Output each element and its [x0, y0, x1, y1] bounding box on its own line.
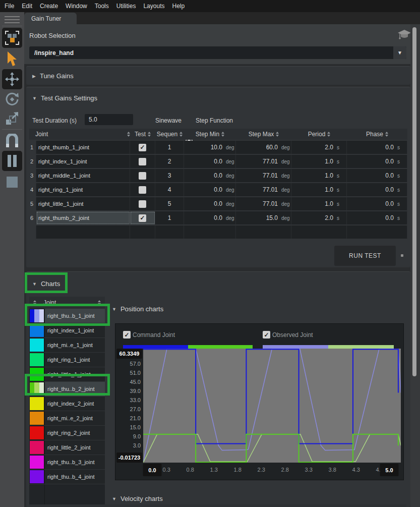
joint-list-row[interactable]: right_mi..e_2_joint: [29, 411, 105, 425]
observed-joint-checkbox[interactable]: ✓: [263, 331, 270, 339]
unit-label: deg: [278, 173, 291, 179]
tune-gains-header[interactable]: ▶ Tune Gains: [26, 67, 410, 80]
sequence-cell[interactable]: 2: [155, 155, 184, 168]
joint-list-row[interactable]: right_little_2_joint: [29, 440, 105, 455]
menu-item-layouts[interactable]: Layouts: [143, 3, 164, 10]
column-header-smin[interactable]: Step Min: [184, 129, 236, 140]
phase-cell[interactable]: 0.0s: [347, 183, 407, 196]
test-duration-input[interactable]: 5.0: [85, 114, 133, 125]
magnet-icon[interactable]: [6, 134, 19, 148]
step-min-cell[interactable]: 0.0deg: [184, 155, 236, 168]
robot-select-dropdown[interactable]: /inspire_hand ▼: [29, 46, 406, 59]
joint-list-row[interactable]: right_thu..b_4_joint: [29, 470, 105, 484]
menu-item-utilities[interactable]: Utilities: [116, 3, 136, 10]
joint-list-row[interactable]: right_index_2_joint: [29, 397, 105, 411]
sort-icon[interactable]: [327, 132, 330, 137]
step-min-cell[interactable]: 0.0deg: [184, 183, 236, 196]
menu-item-help[interactable]: Help: [172, 3, 185, 10]
step-max-cell[interactable]: 77.01deg: [236, 169, 291, 182]
sort-icon[interactable]: [276, 132, 279, 137]
phase-cell[interactable]: 0.0s: [347, 211, 407, 224]
period-cell[interactable]: 2.0s: [291, 211, 347, 224]
sort-icon[interactable]: [148, 132, 151, 137]
test-gains-header[interactable]: ▼ Test Gains Settings: [26, 87, 410, 102]
joint-color-swatch: [29, 411, 44, 425]
value: 77.01: [236, 186, 278, 193]
joint-list-row[interactable]: right_thu..b_3_joint: [29, 455, 105, 469]
menu-item-window[interactable]: Window: [66, 3, 87, 10]
phase-cell[interactable]: 0.0s: [347, 155, 407, 168]
phase-cell[interactable]: 0.0s: [347, 197, 407, 210]
column-header-test[interactable]: Test: [130, 129, 155, 140]
scale-icon[interactable]: [6, 112, 19, 125]
test-checkbox[interactable]: [139, 186, 146, 194]
joint-list-row[interactable]: right_ring_1_joint: [29, 353, 105, 367]
step-max-cell[interactable]: 60.0deg: [236, 141, 291, 154]
joint-name-cell[interactable]: right_middle_1_joint: [36, 169, 130, 182]
tab-gain-tuner[interactable]: Gain Tuner: [24, 13, 77, 24]
sort-icon[interactable]: [179, 132, 183, 137]
joint-name-cell[interactable]: right_ring_1_joint: [36, 183, 130, 196]
joint-list-row[interactable]: right_mi..e_1_joint: [29, 338, 105, 352]
joint-name-cell[interactable]: right_thumb_2_joint: [36, 211, 130, 224]
y-axis-tick: 51.0: [116, 370, 141, 376]
step-min-cell[interactable]: 0.0deg: [184, 211, 236, 224]
position-charts-header[interactable]: ▼ Position charts: [112, 305, 163, 313]
joint-name-cell[interactable]: right_index_1_joint: [36, 155, 130, 168]
sequence-cell[interactable]: 1: [155, 141, 184, 154]
period-cell[interactable]: 1.0s: [291, 183, 347, 196]
column-header-seq[interactable]: Sequen: [155, 129, 184, 140]
column-header-period[interactable]: Period: [291, 129, 347, 140]
sort-icon[interactable]: [221, 132, 224, 137]
joint-color-swatch: [29, 426, 44, 440]
column-header-smax[interactable]: Step Max: [236, 129, 291, 140]
cursor-icon[interactable]: [6, 51, 18, 68]
step-max-cell[interactable]: 77.01deg: [236, 197, 291, 210]
test-checkbox[interactable]: ✓: [139, 214, 146, 222]
sequence-cell[interactable]: 4: [155, 183, 184, 196]
tutorial-icon[interactable]: [397, 29, 411, 41]
joint-list-row[interactable]: right_ring_2_joint: [29, 426, 105, 440]
step-min-cell[interactable]: 0.0deg: [184, 169, 236, 182]
sequence-cell[interactable]: 1: [155, 211, 184, 224]
unit-label: deg: [222, 215, 235, 221]
test-checkbox[interactable]: ✓: [139, 144, 146, 151]
step-max-cell[interactable]: 77.01deg: [236, 155, 291, 168]
column-header-joint[interactable]: Joint: [29, 129, 130, 140]
velocity-charts-header[interactable]: ▼ Velocity charts: [112, 495, 163, 502]
menu-item-create[interactable]: Create: [40, 3, 58, 10]
command-joint-checkbox[interactable]: ✓: [123, 331, 131, 339]
menu-icon[interactable]: [5, 16, 20, 25]
stop-icon[interactable]: [6, 176, 18, 188]
scrollbar-thumb[interactable]: [412, 27, 416, 376]
y-axis-tick: 21.0: [116, 415, 141, 421]
sequence-cell[interactable]: 5: [155, 197, 184, 210]
joint-name-cell[interactable]: right_little_1_joint: [36, 197, 130, 210]
step-min-cell[interactable]: 0.0deg: [184, 197, 236, 210]
rotate-icon[interactable]: [5, 92, 20, 107]
period-cell[interactable]: 1.0s: [291, 197, 347, 210]
period-cell[interactable]: 2.0s: [291, 141, 347, 154]
step-max-cell[interactable]: 15.0deg: [236, 211, 291, 224]
step-min-cell[interactable]: 10.0deg: [184, 141, 236, 154]
joint-name-cell[interactable]: right_thumb_1_joint: [36, 141, 130, 154]
run-test-button[interactable]: RUN TEST: [334, 246, 396, 266]
test-checkbox[interactable]: [139, 158, 146, 165]
step-max-cell[interactable]: 77.01deg: [236, 183, 291, 196]
menu-item-edit[interactable]: Edit: [22, 3, 32, 10]
sequence-cell[interactable]: 3: [155, 169, 184, 182]
unit-label: deg: [278, 145, 291, 150]
phase-cell[interactable]: 0.0s: [347, 141, 407, 154]
test-checkbox[interactable]: [139, 172, 146, 180]
column-header-phase[interactable]: Phase: [347, 129, 407, 140]
empty-cell: [291, 226, 347, 239]
period-cell[interactable]: 1.0s: [291, 155, 347, 168]
test-checkbox[interactable]: [139, 200, 146, 208]
period-cell[interactable]: 1.0s: [291, 169, 347, 182]
menu-item-file[interactable]: File: [5, 3, 14, 10]
dropdown-arrow-icon[interactable]: ▼: [393, 46, 406, 59]
phase-cell[interactable]: 0.0s: [347, 169, 407, 182]
sort-icon[interactable]: [385, 132, 388, 137]
menu-item-tools[interactable]: Tools: [95, 3, 109, 10]
charts-header[interactable]: ▼ Charts: [26, 272, 410, 288]
